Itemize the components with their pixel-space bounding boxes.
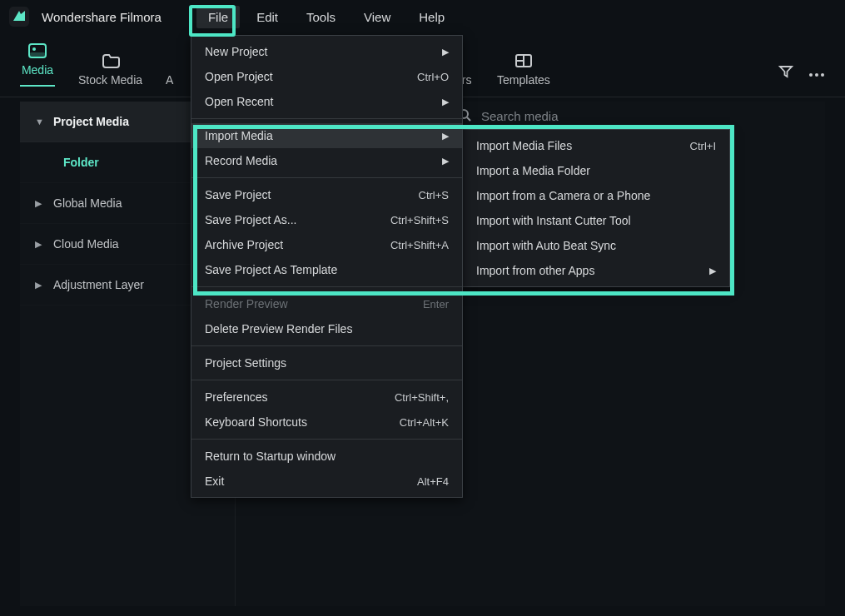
chevron-right-icon: ▶: [442, 156, 449, 166]
chevron-right-icon: ▶: [35, 198, 43, 209]
menuitem-import-media[interactable]: Import Media▶: [191, 123, 462, 148]
menuitem-delete-preview[interactable]: Delete Preview Render Files: [191, 316, 462, 341]
menu-separator: [191, 345, 462, 346]
sidebar-item-label: Cloud Media: [53, 237, 119, 251]
menuitem-record-media[interactable]: Record Media▶: [191, 148, 462, 173]
menuitem-import-media-folder[interactable]: Import a Media Folder: [463, 158, 729, 183]
import-media-submenu: Import Media FilesCtrl+I Import a Media …: [462, 129, 730, 287]
stock-media-icon: [102, 53, 120, 68]
menu-edit[interactable]: Edit: [245, 6, 290, 28]
tab-label: Templates: [497, 73, 550, 87]
menu-help[interactable]: Help: [407, 6, 456, 28]
svg-line-11: [467, 117, 470, 121]
menu-separator: [191, 118, 462, 119]
menu-bar: File Edit Tools View Help: [196, 6, 456, 28]
app-title: Wondershare Filmora: [42, 10, 162, 24]
svg-point-9: [821, 73, 824, 77]
search-input[interactable]: [480, 108, 749, 124]
menuitem-import-other-apps[interactable]: Import from other Apps▶: [463, 258, 729, 283]
svg-point-7: [809, 73, 813, 77]
menuitem-project-settings[interactable]: Project Settings: [191, 350, 462, 375]
menuitem-archive-project[interactable]: Archive ProjectCtrl+Shift+A: [191, 232, 462, 257]
menuitem-save-template[interactable]: Save Project As Template: [191, 257, 462, 282]
chevron-right-icon: ▶: [442, 47, 449, 57]
tab-templates[interactable]: Templates: [497, 53, 550, 92]
menu-tools[interactable]: Tools: [295, 6, 347, 28]
tabbar-right: [778, 64, 825, 82]
tab-label: Stock Media: [78, 73, 142, 87]
search-bar: [458, 108, 749, 124]
menuitem-keyboard-shortcuts[interactable]: Keyboard ShortcutsCtrl+Alt+K: [191, 410, 462, 435]
sidebar-item-label: Project Media: [53, 115, 129, 128]
menu-separator: [191, 439, 462, 440]
tab-audio-partial[interactable]: A: [166, 53, 174, 92]
media-icon: [28, 43, 47, 58]
title-bar: Wondershare Filmora File Edit Tools View…: [0, 0, 845, 33]
more-icon[interactable]: [808, 67, 825, 80]
menu-separator: [191, 286, 462, 287]
tab-label: A: [166, 73, 173, 87]
menuitem-import-media-files[interactable]: Import Media FilesCtrl+I: [463, 133, 729, 158]
menu-separator: [191, 177, 462, 178]
sidebar-item-label: Folder: [63, 156, 99, 169]
sidebar-item-label: Adjustment Layer: [53, 278, 144, 291]
menuitem-import-auto-beat-sync[interactable]: Import with Auto Beat Sync: [463, 233, 729, 258]
menuitem-exit[interactable]: ExitAlt+F4: [191, 469, 462, 494]
tab-media[interactable]: Media: [20, 43, 55, 92]
menuitem-new-project[interactable]: New Project▶: [191, 39, 462, 64]
chevron-down-icon: ▼: [35, 117, 43, 127]
svg-point-8: [815, 73, 818, 77]
menuitem-open-recent[interactable]: Open Recent▶: [191, 89, 462, 114]
chevron-right-icon: ▶: [442, 131, 449, 142]
tab-label: Media: [22, 63, 53, 77]
menuitem-render-preview: Render PreviewEnter: [191, 291, 462, 316]
app-logo-icon: [8, 6, 30, 27]
menuitem-save-project[interactable]: Save ProjectCtrl+S: [191, 182, 462, 207]
tab-stock-media[interactable]: Stock Media: [78, 53, 142, 92]
menu-file[interactable]: File: [196, 6, 240, 28]
menuitem-import-camera-phone[interactable]: Import from a Camera or a Phone: [463, 183, 729, 208]
chevron-right-icon: ▶: [442, 97, 449, 107]
menu-view[interactable]: View: [352, 6, 402, 28]
filter-icon[interactable]: [778, 64, 793, 82]
templates-icon: [514, 53, 533, 68]
menuitem-import-instant-cutter[interactable]: Import with Instant Cutter Tool: [463, 208, 729, 233]
audio-icon: [166, 53, 174, 68]
chevron-right-icon: ▶: [35, 280, 43, 291]
menuitem-save-project-as[interactable]: Save Project As...Ctrl+Shift+S: [191, 207, 462, 232]
chevron-right-icon: ▶: [35, 239, 43, 250]
menuitem-open-project[interactable]: Open ProjectCtrl+O: [191, 64, 462, 89]
menuitem-preferences[interactable]: PreferencesCtrl+Shift+,: [191, 385, 462, 410]
file-menu: New Project▶ Open ProjectCtrl+O Open Rec…: [191, 35, 463, 498]
chevron-right-icon: ▶: [709, 266, 716, 276]
svg-rect-3: [29, 52, 46, 57]
svg-point-2: [32, 47, 36, 51]
menu-separator: [191, 380, 462, 380]
menuitem-return-startup[interactable]: Return to Startup window: [191, 444, 462, 469]
sidebar-item-label: Global Media: [53, 196, 122, 210]
